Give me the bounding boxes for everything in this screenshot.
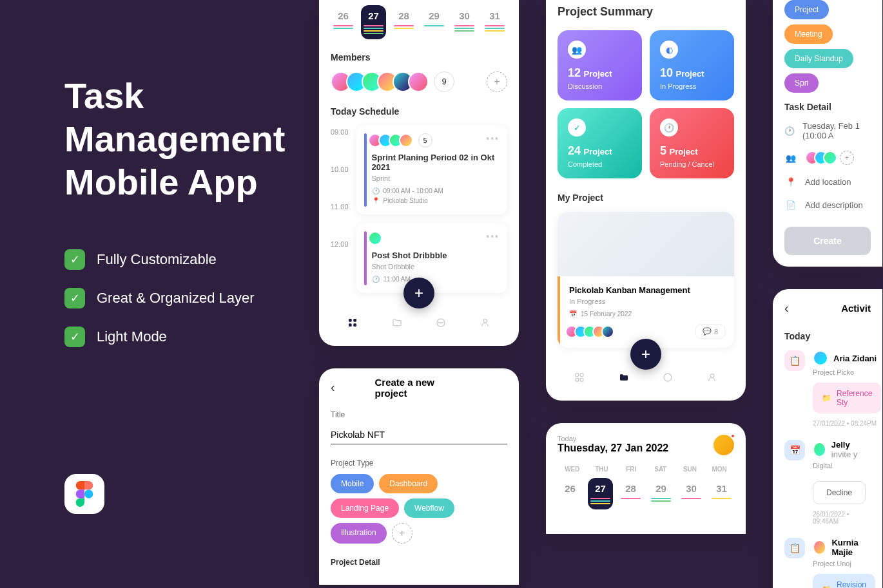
add-type-button[interactable]: + <box>392 523 412 544</box>
type-chip-mobile[interactable]: Mobile <box>331 474 374 493</box>
notification-dot <box>730 433 735 439</box>
check-icon: ✓ <box>64 288 85 308</box>
svg-rect-1 <box>354 319 357 322</box>
folder-icon[interactable] <box>616 370 632 385</box>
chip-meeting[interactable]: Meeting <box>784 24 833 44</box>
svg-point-6 <box>441 322 442 323</box>
chat-icon[interactable] <box>660 370 675 385</box>
type-label: Project Type <box>331 459 507 468</box>
weekday-labels: WEDTHUFRISATSUNMON <box>558 466 734 473</box>
feature-item: ✓Great & Organized Layer <box>64 288 285 308</box>
day-cell[interactable]: 30 <box>679 478 704 509</box>
chat-icon[interactable] <box>433 315 449 330</box>
attachment-chip[interactable]: 📁Revision 10 Un <box>813 574 875 588</box>
day-cell[interactable]: 28 <box>618 478 643 509</box>
create-button[interactable]: Create <box>784 227 871 255</box>
chip-project[interactable]: Project <box>784 0 829 19</box>
summary-card-discussion[interactable]: 👥12 ProjectDiscussion <box>558 30 642 100</box>
day-cell[interactable]: 31 <box>709 478 734 509</box>
activity-title: Activit <box>841 303 871 314</box>
day-cell[interactable]: 30 <box>452 5 477 39</box>
clock-icon: 🕐 <box>784 124 795 137</box>
folder-icon: 📁 <box>822 585 831 588</box>
chip-standup[interactable]: Daily Standup <box>784 49 853 68</box>
type-chip-dashboard[interactable]: Dashboard <box>379 474 438 493</box>
member-avatars[interactable]: 9 <box>331 71 454 92</box>
type-chip-landing[interactable]: Landing Page <box>331 498 399 518</box>
description-field[interactable]: 📄Add description <box>784 198 871 211</box>
add-button[interactable]: + <box>403 278 434 308</box>
title-input[interactable] <box>331 426 507 444</box>
bottom-nav <box>331 306 507 334</box>
day-cell[interactable]: 29 <box>422 5 447 39</box>
activity-item: 📋 Aria Zidani Project Picko 📁Reference S… <box>784 350 871 427</box>
back-button[interactable]: ‹ <box>784 301 789 316</box>
document-icon: 📄 <box>784 198 797 211</box>
decline-button[interactable]: Decline <box>813 481 866 504</box>
features-list: ✓Fully Customizable ✓Great & Organized L… <box>64 249 285 347</box>
attachment-chip[interactable]: 📁Reference Sty <box>813 383 881 413</box>
day-cell-active[interactable]: 27 <box>588 478 613 509</box>
screen-title: Create a new project <box>375 377 463 399</box>
chat-icon: 💬 <box>703 327 712 336</box>
summary-screen: Project Summary 👥12 ProjectDiscussion ◐1… <box>546 0 746 401</box>
svg-rect-3 <box>354 323 357 327</box>
back-button[interactable]: ‹ <box>331 380 335 395</box>
summary-card-completed[interactable]: ✓24 ProjectCompleted <box>558 108 642 178</box>
svg-rect-9 <box>576 374 579 377</box>
add-button[interactable]: + <box>630 339 661 370</box>
day-cell[interactable]: 28 <box>391 5 416 39</box>
time-labels: 09.0010.0011.0012.00 <box>331 126 349 293</box>
event-card[interactable]: Post Shot Dribbble Shot Dribbble 🕐11:00 … <box>356 223 507 293</box>
svg-rect-2 <box>349 323 352 327</box>
add-member-button[interactable]: + <box>487 71 507 92</box>
today-schedule-title: Today Schedule <box>331 106 507 117</box>
check-icon: ✓ <box>64 327 85 347</box>
hero-section: Task Management Mobile App ✓Fully Custom… <box>64 74 285 347</box>
type-chip-webflow[interactable]: Webflow <box>404 498 454 518</box>
event-title: Sprint Planing Period 02 in Okt 2021 <box>372 153 500 172</box>
location-icon: 📍 <box>372 197 380 204</box>
profile-icon[interactable] <box>478 315 493 330</box>
summary-card-progress[interactable]: ◐10 ProjectIn Progress <box>650 30 734 100</box>
project-thumbnail <box>558 212 734 276</box>
avatar <box>408 71 429 92</box>
clock-icon: 🕐 <box>372 276 380 283</box>
day-cell[interactable]: 29 <box>648 478 674 509</box>
activity-screen: ‹ Activit Today 📋 Aria Zidani Project Pi… <box>773 289 882 588</box>
add-assignee-button[interactable]: + <box>840 151 854 165</box>
home-icon[interactable] <box>345 315 360 330</box>
event-indicator <box>364 231 367 285</box>
today-screen: Today Thuesday, 27 Jan 2022 WEDTHUFRISAT… <box>546 423 746 534</box>
more-icon[interactable]: ••• <box>486 231 500 242</box>
day-cell[interactable]: 26 <box>558 478 583 509</box>
project-status: In Progress <box>569 298 725 305</box>
home-icon[interactable] <box>572 370 587 385</box>
day-cell-active[interactable]: 27 <box>361 5 386 39</box>
folder-icon[interactable] <box>389 315 405 330</box>
type-chip-illustration[interactable]: Illustration <box>331 523 387 544</box>
chip-sprint[interactable]: Spri <box>784 73 819 93</box>
title-label: Title <box>331 410 507 419</box>
clock-icon: 🕐 <box>660 119 678 137</box>
activity-badge-icon: 📋 <box>784 538 805 558</box>
svg-point-13 <box>664 374 672 381</box>
svg-point-14 <box>710 374 713 377</box>
activity-item: 📋 Kurnia Majie Project Unoj 📁Revision 10… <box>784 538 871 588</box>
calendar-icon: 📅 <box>569 310 577 318</box>
project-card[interactable]: Pickolab Kanban Management In Progress 📅… <box>558 212 734 348</box>
myproject-title: My Project <box>558 193 734 203</box>
event-card[interactable]: 5 Sprint Planing Period 02 in Okt 2021 S… <box>356 126 507 214</box>
day-cell[interactable]: 26 <box>331 5 356 39</box>
more-icon[interactable]: ••• <box>486 133 500 144</box>
profile-avatar[interactable] <box>713 435 734 455</box>
day-cell[interactable]: 31 <box>482 5 507 39</box>
svg-rect-0 <box>349 319 352 322</box>
summary-card-pending[interactable]: 🕐5 ProjectPending / Cancel <box>650 108 734 178</box>
today-date: Thuesday, 27 Jan 2022 <box>558 442 734 454</box>
location-icon: 📍 <box>784 175 797 188</box>
feature-item: ✓Light Mode <box>64 327 285 347</box>
location-field[interactable]: 📍Add location <box>784 175 871 188</box>
schedule-screen: 26 27 28 29 30 31 Members 9 + <box>319 0 519 346</box>
profile-icon[interactable] <box>704 370 720 385</box>
